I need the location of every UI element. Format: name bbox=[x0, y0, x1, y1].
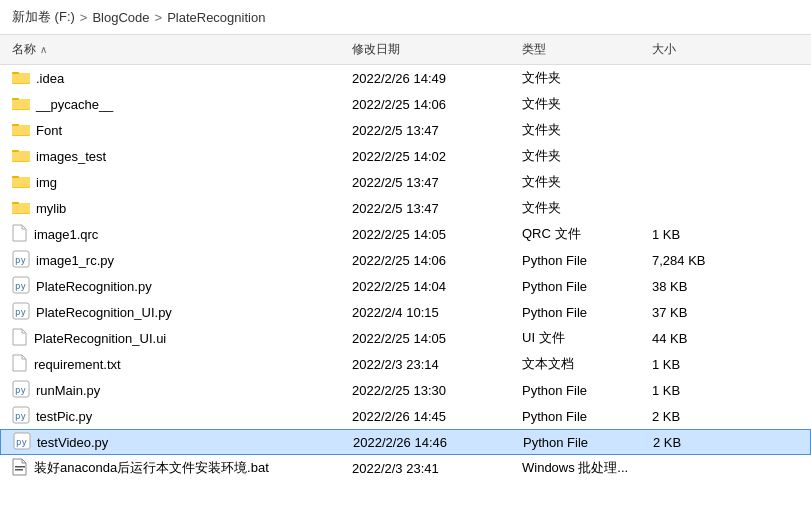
file-name-cell: images_test bbox=[12, 148, 352, 165]
txt-icon bbox=[12, 354, 28, 375]
file-row[interactable]: py testVideo.py 2022/2/26 14:46 Python F… bbox=[0, 429, 811, 455]
file-size-cell: 1 KB bbox=[652, 383, 732, 398]
file-name-label: image1_rc.py bbox=[36, 253, 114, 268]
svg-text:py: py bbox=[15, 385, 26, 395]
file-name-cell: py PlateRecognition.py bbox=[12, 276, 352, 297]
file-name-label: __pycache__ bbox=[36, 97, 113, 112]
file-row[interactable]: Font 2022/2/5 13:47 文件夹 bbox=[0, 117, 811, 143]
file-name-label: requirement.txt bbox=[34, 357, 121, 372]
file-row[interactable]: py PlateRecognition_UI.py 2022/2/4 10:15… bbox=[0, 299, 811, 325]
file-size-cell: 1 KB bbox=[652, 227, 732, 242]
file-row[interactable]: py PlateRecognition.py 2022/2/25 14:04 P… bbox=[0, 273, 811, 299]
file-name-cell: py testPic.py bbox=[12, 406, 352, 427]
file-date-cell: 2022/2/25 14:05 bbox=[352, 227, 522, 242]
file-name-label: images_test bbox=[36, 149, 106, 164]
column-type[interactable]: 类型 bbox=[522, 41, 652, 58]
file-name-cell: requirement.txt bbox=[12, 354, 352, 375]
file-row[interactable]: py image1_rc.py 2022/2/25 14:06 Python F… bbox=[0, 247, 811, 273]
file-row[interactable]: img 2022/2/5 13:47 文件夹 bbox=[0, 169, 811, 195]
file-type-cell: 文本文档 bbox=[522, 355, 652, 373]
file-name-cell: img bbox=[12, 174, 352, 191]
file-date-cell: 2022/2/26 14:46 bbox=[353, 435, 523, 450]
svg-rect-7 bbox=[12, 98, 19, 100]
file-type-cell: Python File bbox=[522, 383, 652, 398]
file-row[interactable]: mylib 2022/2/5 13:47 文件夹 bbox=[0, 195, 811, 221]
ui-icon bbox=[12, 328, 28, 349]
svg-rect-15 bbox=[12, 150, 19, 152]
file-name-label: mylib bbox=[36, 201, 66, 216]
file-size-cell: 2 KB bbox=[652, 409, 732, 424]
file-name-cell: py PlateRecognition_UI.py bbox=[12, 302, 352, 323]
file-type-cell: Python File bbox=[522, 253, 652, 268]
file-date-cell: 2022/2/26 14:45 bbox=[352, 409, 522, 424]
file-row[interactable]: py testPic.py 2022/2/26 14:45 Python Fil… bbox=[0, 403, 811, 429]
file-name-cell: PlateRecognition_UI.ui bbox=[12, 328, 352, 349]
file-name-label: 装好anaconda后运行本文件安装环境.bat bbox=[34, 459, 269, 477]
file-date-cell: 2022/2/4 10:15 bbox=[352, 305, 522, 320]
file-type-cell: 文件夹 bbox=[522, 95, 652, 113]
file-date-cell: 2022/2/25 14:06 bbox=[352, 97, 522, 112]
file-type-cell: Python File bbox=[522, 305, 652, 320]
file-type-cell: 文件夹 bbox=[522, 173, 652, 191]
file-size-cell: 44 KB bbox=[652, 331, 732, 346]
file-size-cell: 38 KB bbox=[652, 279, 732, 294]
file-type-cell: 文件夹 bbox=[522, 69, 652, 87]
svg-rect-6 bbox=[12, 99, 30, 109]
file-name-cell: 装好anaconda后运行本文件安装环境.bat bbox=[12, 458, 352, 479]
bat-icon bbox=[12, 458, 28, 479]
file-date-cell: 2022/2/5 13:47 bbox=[352, 175, 522, 190]
file-name-label: runMain.py bbox=[36, 383, 100, 398]
file-date-cell: 2022/2/3 23:14 bbox=[352, 357, 522, 372]
file-list: .idea 2022/2/26 14:49 文件夹 __pycache__ 20… bbox=[0, 65, 811, 481]
file-row[interactable]: .idea 2022/2/26 14:49 文件夹 bbox=[0, 65, 811, 91]
file-date-cell: 2022/2/5 13:47 bbox=[352, 123, 522, 138]
breadcrumb: 新加卷 (F:) > BlogCode > PlateRecognition bbox=[0, 0, 811, 35]
file-row[interactable]: images_test 2022/2/25 14:02 文件夹 bbox=[0, 143, 811, 169]
file-row[interactable]: image1.qrc 2022/2/25 14:05 QRC 文件 1 KB bbox=[0, 221, 811, 247]
file-name-label: Font bbox=[36, 123, 62, 138]
file-type-cell: Windows 批处理... bbox=[522, 459, 652, 477]
column-header: 名称 ∧ 修改日期 类型 大小 bbox=[0, 35, 811, 65]
column-name[interactable]: 名称 ∧ bbox=[12, 41, 352, 58]
breadcrumb-folder2[interactable]: PlateRecognition bbox=[167, 10, 265, 25]
file-type-cell: Python File bbox=[522, 409, 652, 424]
file-row[interactable]: PlateRecognition_UI.ui 2022/2/25 14:05 U… bbox=[0, 325, 811, 351]
file-row[interactable]: __pycache__ 2022/2/25 14:06 文件夹 bbox=[0, 91, 811, 117]
svg-rect-2 bbox=[12, 73, 30, 83]
svg-rect-18 bbox=[12, 177, 30, 187]
breadcrumb-drive[interactable]: 新加卷 (F:) bbox=[12, 8, 75, 26]
column-size[interactable]: 大小 bbox=[652, 41, 732, 58]
sort-arrow-icon: ∧ bbox=[40, 44, 47, 55]
python-icon: py bbox=[12, 250, 30, 271]
svg-rect-14 bbox=[12, 151, 30, 161]
svg-rect-10 bbox=[12, 125, 30, 135]
file-date-cell: 2022/2/25 13:30 bbox=[352, 383, 522, 398]
python-icon: py bbox=[12, 380, 30, 401]
file-name-label: image1.qrc bbox=[34, 227, 98, 242]
column-date[interactable]: 修改日期 bbox=[352, 41, 522, 58]
svg-text:py: py bbox=[15, 255, 26, 265]
file-name-cell: py runMain.py bbox=[12, 380, 352, 401]
python-icon: py bbox=[12, 276, 30, 297]
python-icon: py bbox=[12, 302, 30, 323]
breadcrumb-sep1: > bbox=[80, 10, 88, 25]
file-size-cell: 1 KB bbox=[652, 357, 732, 372]
file-row[interactable]: requirement.txt 2022/2/3 23:14 文本文档 1 KB bbox=[0, 351, 811, 377]
file-type-cell: UI 文件 bbox=[522, 329, 652, 347]
file-name-cell: Font bbox=[12, 122, 352, 139]
file-name-cell: py testVideo.py bbox=[13, 432, 353, 453]
file-name-label: testVideo.py bbox=[37, 435, 108, 450]
svg-rect-19 bbox=[12, 176, 19, 178]
file-name-label: testPic.py bbox=[36, 409, 92, 424]
file-row[interactable]: 装好anaconda后运行本文件安装环境.bat 2022/2/3 23:41 … bbox=[0, 455, 811, 481]
file-date-cell: 2022/2/25 14:02 bbox=[352, 149, 522, 164]
svg-rect-3 bbox=[12, 72, 19, 74]
breadcrumb-folder1[interactable]: BlogCode bbox=[92, 10, 149, 25]
file-type-cell: QRC 文件 bbox=[522, 225, 652, 243]
file-type-cell: Python File bbox=[522, 279, 652, 294]
svg-text:py: py bbox=[15, 281, 26, 291]
qrc-icon bbox=[12, 224, 28, 245]
file-row[interactable]: py runMain.py 2022/2/25 13:30 Python Fil… bbox=[0, 377, 811, 403]
folder-icon bbox=[12, 200, 30, 217]
folder-icon bbox=[12, 122, 30, 139]
